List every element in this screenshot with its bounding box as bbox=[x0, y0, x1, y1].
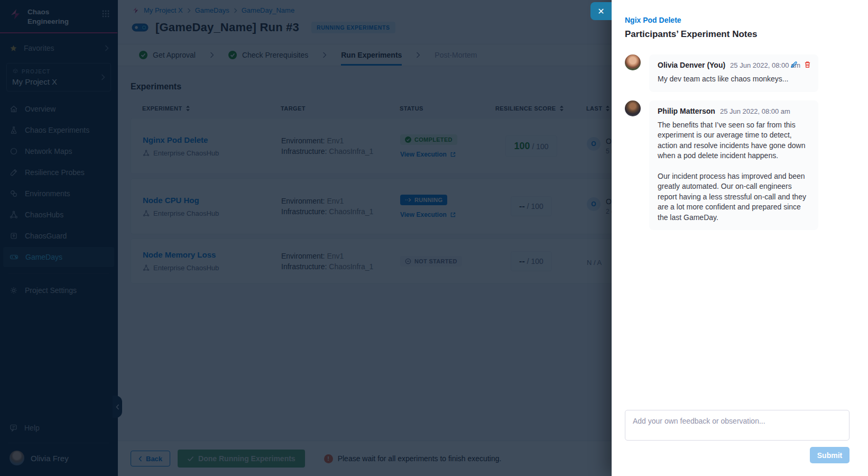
edit-icon[interactable] bbox=[790, 61, 798, 68]
submit-button[interactable]: Submit bbox=[810, 447, 849, 463]
comment-author: Olivia Denver (You) bbox=[658, 61, 725, 69]
avatar bbox=[625, 100, 641, 116]
comment-item: Olivia Denver (You) 25 Jun 2022, 08:00 a… bbox=[625, 54, 818, 92]
feedback-input[interactable] bbox=[625, 410, 849, 441]
experiment-notes-panel: Ngix Pod Delete Participants’ Experiment… bbox=[612, 0, 868, 476]
panel-title: Participants’ Experiment Notes bbox=[625, 29, 849, 40]
avatar bbox=[625, 54, 641, 70]
delete-icon[interactable] bbox=[804, 61, 811, 68]
comment-item: Philip Matterson 25 Jun 2022, 08:00 am T… bbox=[625, 100, 818, 231]
close-icon: ✕ bbox=[597, 6, 604, 16]
comment-date: 25 Jun 2022, 08:00 am bbox=[720, 107, 790, 115]
panel-experiment-link[interactable]: Ngix Pod Delete bbox=[625, 16, 849, 24]
comment-author: Philip Matterson bbox=[658, 107, 715, 115]
close-panel-button[interactable]: ✕ bbox=[590, 2, 612, 20]
